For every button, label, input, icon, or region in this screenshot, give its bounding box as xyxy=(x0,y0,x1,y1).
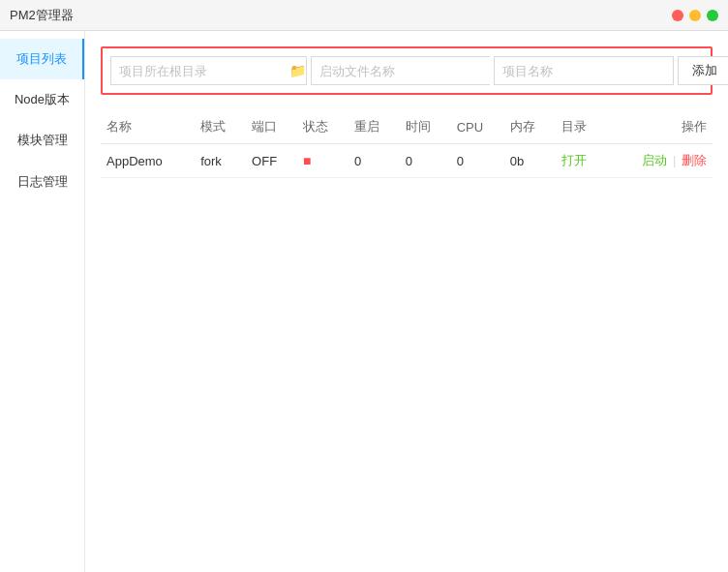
col-restart: 重启 xyxy=(349,110,400,144)
col-port: 端口 xyxy=(246,110,297,144)
project-name-input[interactable] xyxy=(494,56,674,85)
maximize-button[interactable] xyxy=(707,10,718,21)
cell-name: AppDemo xyxy=(101,144,195,178)
table-header-row: 名称 模式 端口 状态 重启 时间 CPU 内存 目录 操作 xyxy=(101,110,713,144)
action-divider: | xyxy=(673,153,676,167)
cell-restart: 0 xyxy=(349,144,400,178)
status-badge: ■ xyxy=(303,153,311,168)
app-layout: 项目列表 Node版本 模块管理 日志管理 📁 添加 名称 xyxy=(0,31,728,572)
projects-table: 名称 模式 端口 状态 重启 时间 CPU 内存 目录 操作 AppDemo f… xyxy=(101,110,713,178)
sidebar-item-module-manage[interactable]: 模块管理 xyxy=(0,120,84,161)
cell-memory: 0b xyxy=(504,144,556,178)
col-mode: 模式 xyxy=(195,110,246,144)
col-name: 名称 xyxy=(101,110,195,144)
cell-cpu: 0 xyxy=(451,144,504,178)
cell-dir[interactable]: 打开 xyxy=(556,144,607,178)
app-title: PM2管理器 xyxy=(10,7,74,24)
sidebar: 项目列表 Node版本 模块管理 日志管理 xyxy=(0,31,85,572)
open-dir-link[interactable]: 打开 xyxy=(561,153,587,167)
col-dir: 目录 xyxy=(556,110,607,144)
close-button[interactable] xyxy=(672,10,683,21)
cell-status: ■ xyxy=(297,144,349,178)
cell-time: 0 xyxy=(400,144,451,178)
col-status: 状态 xyxy=(297,110,349,144)
minimize-button[interactable] xyxy=(689,10,701,21)
delete-action[interactable]: 删除 xyxy=(682,153,707,167)
add-project-form: 📁 添加 xyxy=(101,46,713,95)
sidebar-item-node-version[interactable]: Node版本 xyxy=(0,79,84,120)
main-content: 📁 添加 名称 模式 端口 状态 重启 时间 CPU 内存 目录 xyxy=(85,31,728,572)
window-controls xyxy=(672,10,718,21)
add-project-button[interactable]: 添加 xyxy=(678,56,728,85)
col-memory: 内存 xyxy=(504,110,556,144)
cell-port: OFF xyxy=(246,144,297,178)
col-actions: 操作 xyxy=(606,110,713,144)
table-row: AppDemo fork OFF ■ 0 0 0 0b 打开 启动 | xyxy=(101,144,713,178)
project-dir-input[interactable] xyxy=(110,56,289,85)
sidebar-item-log-manage[interactable]: 日志管理 xyxy=(0,162,84,202)
cell-mode: fork xyxy=(195,144,246,178)
title-bar: PM2管理器 xyxy=(0,0,728,31)
sidebar-item-project-list[interactable]: 项目列表 xyxy=(0,39,84,79)
col-cpu: CPU xyxy=(451,110,504,144)
folder-icon: 📁 xyxy=(289,63,306,78)
start-action[interactable]: 启动 xyxy=(642,153,667,167)
col-time: 时间 xyxy=(400,110,451,144)
startup-file-input[interactable] xyxy=(311,56,490,85)
folder-browse-button[interactable]: 📁 xyxy=(289,56,307,85)
cell-actions: 启动 | 删除 xyxy=(606,144,713,178)
